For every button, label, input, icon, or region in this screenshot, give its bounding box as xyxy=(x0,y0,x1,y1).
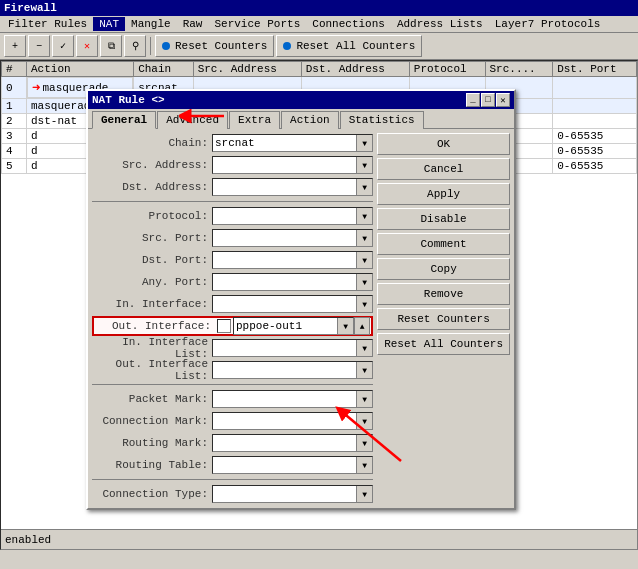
dst-address-input-wrapper: ▼ xyxy=(212,178,373,196)
x-button[interactable]: ✕ xyxy=(76,35,98,57)
protocol-dropdown-btn[interactable]: ▼ xyxy=(356,208,372,224)
col-src: Src. Address xyxy=(193,62,301,77)
dialog-body: Chain: ▼ Src. Address: ▼ Dst. xyxy=(88,128,514,508)
in-interface-dropdown-btn[interactable]: ▼ xyxy=(356,296,372,312)
filter-button[interactable]: ⚲ xyxy=(124,35,146,57)
packet-mark-dropdown-btn[interactable]: ▼ xyxy=(356,391,372,407)
connection-mark-input-wrapper: ▼ xyxy=(212,412,373,430)
protocol-input[interactable] xyxy=(213,210,356,222)
out-interface-row: Out. Interface: ▼ ▲ xyxy=(92,316,373,336)
tab-statistics[interactable]: Statistics xyxy=(340,111,424,129)
any-port-input[interactable] xyxy=(213,276,356,288)
col-dst-port: Dst. Port xyxy=(553,62,637,77)
src-port-dropdown-btn[interactable]: ▼ xyxy=(356,230,372,246)
connection-type-input[interactable] xyxy=(213,488,356,500)
arrow-icon: ➜ xyxy=(32,79,40,96)
dialog-close-button[interactable]: ✕ xyxy=(496,93,510,107)
dialog-minimize-button[interactable]: _ xyxy=(466,93,480,107)
out-interface-input-wrapper: ▼ xyxy=(233,317,354,335)
disable-button[interactable]: Disable xyxy=(377,208,510,230)
comment-button[interactable]: Comment xyxy=(377,233,510,255)
apply-button[interactable]: Apply xyxy=(377,183,510,205)
remove-button[interactable]: Remove xyxy=(377,283,510,305)
col-action: Action xyxy=(27,62,134,77)
src-port-input-wrapper: ▼ xyxy=(212,229,373,247)
in-interface-list-label: In. Interface List: xyxy=(92,336,212,360)
routing-mark-input-wrapper: ▼ xyxy=(212,434,373,452)
routing-mark-row: Routing Mark: ▼ xyxy=(92,433,373,453)
col-src-port: Src.... xyxy=(485,62,553,77)
menu-nat[interactable]: NAT xyxy=(93,17,125,31)
chain-label: Chain: xyxy=(92,137,212,149)
dot-icon xyxy=(162,42,170,50)
chain-input[interactable] xyxy=(213,137,356,149)
routing-table-label: Routing Table: xyxy=(92,459,212,471)
routing-table-dropdown-btn[interactable]: ▼ xyxy=(356,457,372,473)
src-port-label: Src. Port: xyxy=(92,232,212,244)
src-address-dropdown-btn[interactable]: ▼ xyxy=(356,157,372,173)
menu-layer7[interactable]: Layer7 Protocols xyxy=(489,17,607,31)
menu-address-lists[interactable]: Address Lists xyxy=(391,17,489,31)
tab-general[interactable]: General xyxy=(92,111,156,129)
reset-all-counters-button[interactable]: Reset All Counters xyxy=(276,35,422,57)
tab-extra[interactable]: Extra xyxy=(229,111,280,129)
connection-type-dropdown-btn[interactable]: ▼ xyxy=(356,486,372,502)
in-interface-list-dropdown-btn[interactable]: ▼ xyxy=(356,340,372,356)
out-interface-input[interactable] xyxy=(234,320,337,332)
out-interface-list-dropdown-btn[interactable]: ▼ xyxy=(356,362,372,378)
check-button[interactable]: ✓ xyxy=(52,35,74,57)
chain-dropdown-btn[interactable]: ▼ xyxy=(356,135,372,151)
src-address-input[interactable] xyxy=(213,159,356,171)
routing-mark-input[interactable] xyxy=(213,437,356,449)
packet-mark-input[interactable] xyxy=(213,393,356,405)
out-interface-list-input[interactable] xyxy=(213,364,356,376)
menu-connections[interactable]: Connections xyxy=(306,17,391,31)
ok-button[interactable]: OK xyxy=(377,133,510,155)
dst-address-label: Dst. Address: xyxy=(92,181,212,193)
src-port-input[interactable] xyxy=(213,232,356,244)
any-port-dropdown-btn[interactable]: ▼ xyxy=(356,274,372,290)
copy-button[interactable]: Copy xyxy=(377,258,510,280)
connection-mark-input[interactable] xyxy=(213,415,356,427)
protocol-label: Protocol: xyxy=(92,210,212,222)
remove-button[interactable]: − xyxy=(28,35,50,57)
copy-button[interactable]: ⧉ xyxy=(100,35,122,57)
menu-filter-rules[interactable]: Filter Rules xyxy=(2,17,93,31)
chain-row: Chain: ▼ xyxy=(92,133,373,153)
reset-all-counters-button[interactable]: Reset All Counters xyxy=(377,333,510,355)
title-bar: Firewall xyxy=(0,0,638,16)
in-interface-input[interactable] xyxy=(213,298,356,310)
tab-action[interactable]: Action xyxy=(281,111,339,129)
menu-raw[interactable]: Raw xyxy=(177,17,209,31)
dialog-tabs: General Advanced Extra Action Statistics xyxy=(88,109,514,129)
menu-service-ports[interactable]: Service Ports xyxy=(208,17,306,31)
dst-port-dropdown-btn[interactable]: ▼ xyxy=(356,252,372,268)
dialog-title-text: NAT Rule <> xyxy=(92,94,165,106)
add-button[interactable]: + xyxy=(4,35,26,57)
dst-address-input[interactable] xyxy=(213,181,356,193)
cancel-button[interactable]: Cancel xyxy=(377,158,510,180)
out-interface-checkbox[interactable] xyxy=(217,319,231,333)
dst-port-input[interactable] xyxy=(213,254,356,266)
dialog-maximize-button[interactable]: □ xyxy=(481,93,495,107)
connection-type-row: Connection Type: ▼ xyxy=(92,484,373,504)
out-interface-dropdown-btn[interactable]: ▼ xyxy=(337,318,353,334)
dst-port-label: Dst. Port: xyxy=(92,254,212,266)
menu-mangle[interactable]: Mangle xyxy=(125,17,177,31)
dialog-buttons: OK Cancel Apply Disable Comment Copy Rem… xyxy=(377,133,510,504)
tab-advanced[interactable]: Advanced xyxy=(157,111,228,129)
routing-table-input[interactable] xyxy=(213,459,356,471)
connection-type-label: Connection Type: xyxy=(92,488,212,500)
out-interface-up-btn[interactable]: ▲ xyxy=(354,317,370,335)
menu-bar: Filter Rules NAT Mangle Raw Service Port… xyxy=(0,16,638,33)
reset-counters-button[interactable]: Reset Counters xyxy=(155,35,274,57)
routing-mark-dropdown-btn[interactable]: ▼ xyxy=(356,435,372,451)
routing-table-input-wrapper: ▼ xyxy=(212,456,373,474)
in-interface-list-input[interactable] xyxy=(213,342,356,354)
connection-mark-dropdown-btn[interactable]: ▼ xyxy=(356,413,372,429)
in-interface-label: In. Interface: xyxy=(92,298,212,310)
reset-counters-button[interactable]: Reset Counters xyxy=(377,308,510,330)
out-interface-list-label: Out. Interface List: xyxy=(92,358,212,382)
dot-icon2 xyxy=(283,42,291,50)
dst-address-dropdown-btn[interactable]: ▼ xyxy=(356,179,372,195)
